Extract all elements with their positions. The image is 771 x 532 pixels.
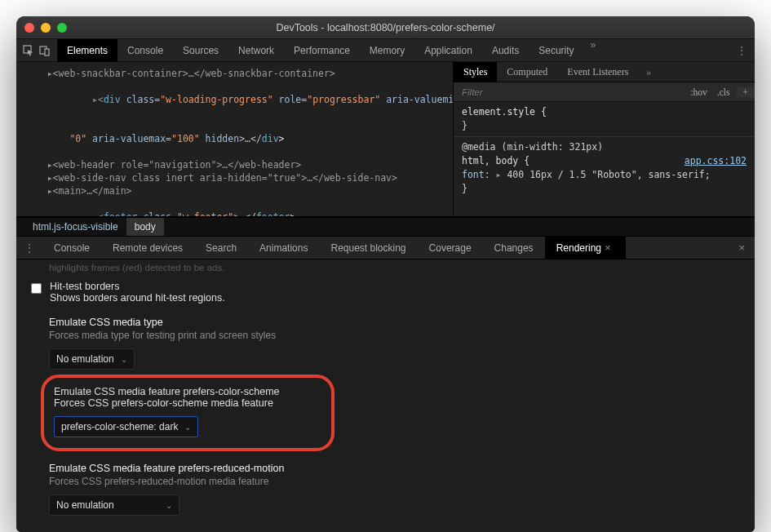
selector: html, body {: [462, 155, 530, 166]
hit-test-borders-title: Hit-test borders: [50, 281, 225, 292]
breadcrumb-item[interactable]: html.js-focus-visible: [24, 218, 126, 236]
drawer-tab-coverage[interactable]: Coverage: [418, 237, 483, 259]
tab-event-listeners[interactable]: Event Listeners: [557, 62, 638, 82]
dom-line: "0" aria-valuemax="100" hidden>…</div>: [24, 119, 445, 158]
drawer-kebab-icon[interactable]: ⋮: [16, 242, 42, 254]
styles-filter-input[interactable]: [454, 87, 685, 97]
window-controls: [24, 23, 67, 33]
dom-tree[interactable]: ▸<web-snackbar-container>…</web-snackbar…: [16, 62, 453, 216]
tab-audits[interactable]: Audits: [482, 39, 529, 62]
close-icon[interactable]: ×: [601, 242, 614, 254]
dom-line: ▸<div class="w-loading-progress" role="p…: [24, 80, 445, 119]
chevron-down-icon: ⌄: [166, 501, 172, 510]
devtools-window: DevTools - localhost:8080/prefers-color-…: [16, 16, 755, 532]
tab-elements[interactable]: Elements: [57, 39, 117, 62]
emulate-color-scheme-title: Emulate CSS media feature prefers-color-…: [54, 386, 321, 397]
drawer-tab-animations[interactable]: Animations: [248, 237, 319, 259]
emulate-color-scheme-select[interactable]: prefers-color-scheme: dark ⌄: [54, 416, 198, 437]
tab-performance[interactable]: Performance: [284, 39, 360, 62]
styles-filter-bar: :hov .cls +: [454, 82, 755, 102]
select-value: No emulation: [56, 353, 114, 365]
hov-toggle[interactable]: :hov: [685, 87, 711, 97]
close-window-icon[interactable]: [24, 23, 34, 33]
drawer-tab-console[interactable]: Console: [42, 237, 101, 259]
main-toolbar: Elements Console Sources Network Perform…: [16, 39, 755, 62]
css-rules[interactable]: element.style { } @media (min-width: 321…: [454, 102, 755, 199]
media-query: @media (min-width: 321px): [462, 141, 603, 153]
dom-line: ▸<web-side-nav class inert aria-hidden="…: [24, 171, 445, 184]
drawer-tabs: ⋮ Console Remote devices Search Animatio…: [16, 237, 755, 259]
hit-test-borders-checkbox[interactable]: [31, 283, 42, 294]
dom-line: ▸<web-snackbar-container>…</web-snackbar…: [24, 67, 445, 80]
tab-sources[interactable]: Sources: [173, 39, 228, 62]
tab-computed[interactable]: Computed: [497, 62, 557, 82]
styles-panel: Styles Computed Event Listeners » :hov .…: [453, 62, 755, 216]
highlighted-prefers-color-scheme: Emulate CSS media feature prefers-color-…: [41, 375, 335, 451]
drawer-tab-search[interactable]: Search: [194, 237, 248, 259]
emulate-media-type-desc: Forces media type for testing print and …: [49, 330, 740, 341]
tab-security[interactable]: Security: [529, 39, 583, 62]
selector: element.style {: [462, 106, 547, 117]
rendering-drawer: highlights frames (red) detected to be a…: [16, 259, 755, 532]
inspect-element-icon[interactable]: [23, 45, 34, 56]
breadcrumb-item[interactable]: body: [126, 218, 164, 236]
source-link[interactable]: app.css:102: [685, 154, 747, 168]
hit-test-borders-desc: Shows borders around hit-test regions.: [50, 292, 225, 304]
chevron-down-icon: ⌄: [184, 423, 191, 432]
drawer-close-icon[interactable]: ×: [729, 242, 755, 254]
zoom-window-icon[interactable]: [57, 23, 67, 33]
drawer-tab-rendering[interactable]: Rendering ×: [545, 237, 626, 259]
previous-option-desc: highlights frames (red) detected to be a…: [49, 263, 740, 273]
dom-line: ▸<footer class="w-footer">…</footer>: [24, 197, 445, 216]
css-value: 400 16px / 1.5 "Roboto", sans-serif;: [507, 169, 710, 180]
tab-console[interactable]: Console: [117, 39, 173, 62]
expand-icon[interactable]: ▸: [496, 169, 502, 180]
new-style-rule-icon[interactable]: +: [737, 87, 755, 97]
svg-rect-2: [45, 49, 49, 55]
settings-kebab-icon[interactable]: ⋮: [729, 45, 755, 56]
emulate-reduced-motion-desc: Forces CSS prefers-reduced-motion media …: [49, 476, 740, 487]
dom-line: ▸<web-header role="navigation">…</web-he…: [24, 158, 445, 171]
tabs-overflow-icon[interactable]: »: [584, 39, 603, 62]
tab-application[interactable]: Application: [414, 39, 482, 62]
emulate-color-scheme-desc: Forces CSS prefers-color-scheme media fe…: [54, 397, 321, 409]
emulate-reduced-motion-title: Emulate CSS media feature prefers-reduce…: [49, 463, 740, 474]
brace: }: [462, 120, 467, 131]
select-value: prefers-color-scheme: dark: [61, 421, 178, 432]
titlebar: DevTools - localhost:8080/prefers-color-…: [16, 16, 755, 39]
drawer-tab-remote-devices[interactable]: Remote devices: [101, 237, 194, 259]
breadcrumb: html.js-focus-visible body: [16, 217, 755, 237]
toggle-device-icon[interactable]: [39, 45, 51, 56]
minimize-window-icon[interactable]: [41, 23, 51, 33]
cls-toggle[interactable]: .cls: [712, 87, 735, 97]
drawer-tab-changes[interactable]: Changes: [483, 237, 545, 259]
emulate-media-type-select[interactable]: No emulation ⌄: [49, 348, 135, 370]
select-value: No emulation: [56, 499, 114, 511]
css-property: font: [462, 169, 485, 180]
main-tabs: Elements Console Sources Network Perform…: [57, 39, 602, 62]
tab-styles[interactable]: Styles: [454, 62, 497, 82]
tab-network[interactable]: Network: [228, 39, 284, 62]
elements-panel: ▸<web-snackbar-container>…</web-snackbar…: [16, 62, 755, 217]
chevron-down-icon: ⌄: [121, 355, 127, 364]
drawer-tab-request-blocking[interactable]: Request blocking: [319, 237, 417, 259]
styles-tabs-overflow-icon[interactable]: »: [638, 66, 659, 78]
tab-memory[interactable]: Memory: [360, 39, 414, 62]
emulate-reduced-motion-select[interactable]: No emulation ⌄: [49, 494, 179, 516]
brace: }: [462, 183, 467, 194]
window-title: DevTools - localhost:8080/prefers-color-…: [16, 22, 755, 33]
emulate-media-type-title: Emulate CSS media type: [49, 317, 740, 328]
dom-line: ▸<main>…</main>: [24, 184, 445, 197]
